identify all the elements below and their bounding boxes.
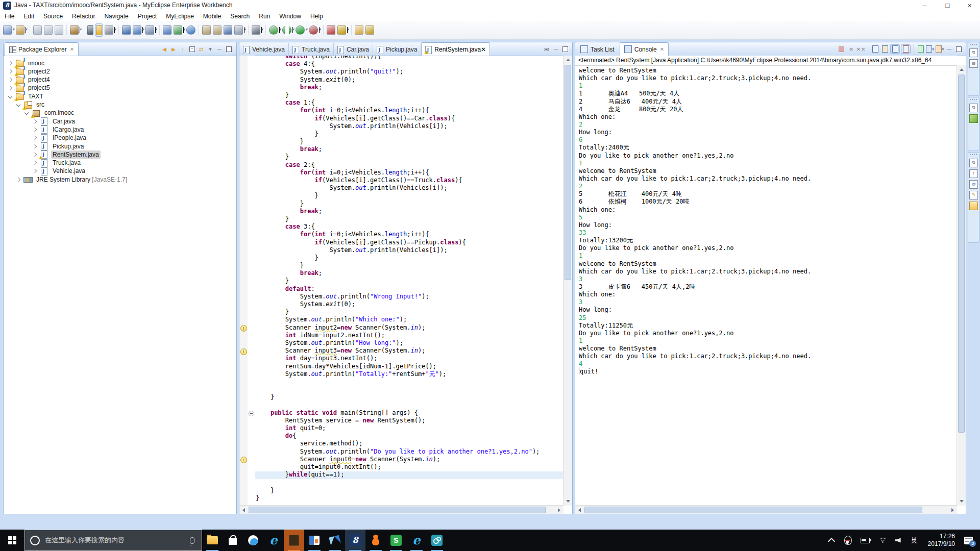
tab-task-list[interactable]: Task List	[576, 43, 619, 56]
open-folder-icon[interactable]	[355, 24, 363, 36]
screen-capture-icon[interactable]: ▾	[252, 24, 262, 36]
remove-all-launches-icon[interactable]: ××	[856, 45, 865, 53]
tree-item-com-imooc[interactable]: com.imooc	[25, 109, 76, 117]
expand-chevron-icon[interactable]	[33, 153, 37, 157]
outline-view-icon[interactable]: ▤	[969, 59, 978, 68]
tree-item-project4[interactable]: Jproject4	[9, 76, 52, 84]
tree-item-project2[interactable]: Jproject2	[9, 67, 52, 76]
taskbar-app-microsoft-store[interactable]	[223, 530, 243, 551]
view-menu-icon[interactable]: ▾	[206, 45, 215, 54]
warning-marker-icon[interactable]	[240, 348, 247, 355]
menu-myeclipse[interactable]: MyEclipse	[161, 13, 199, 20]
synchronize-view-icon[interactable]	[969, 202, 978, 210]
taskbar-app-active-orange-app[interactable]	[284, 530, 304, 551]
scroll-lock-icon[interactable]	[880, 45, 889, 53]
expand-chevron-icon[interactable]	[8, 86, 12, 90]
editor-tab-truck-java[interactable]: Truck.java	[289, 43, 334, 56]
debug-icon[interactable]: ▾	[269, 24, 280, 36]
menu-refactor[interactable]: Refactor	[67, 13, 100, 20]
menu-run[interactable]: Run	[254, 13, 275, 20]
warning-marker-icon[interactable]	[240, 325, 247, 332]
warning-marker-icon[interactable]	[240, 457, 247, 463]
collapse-chevron-icon[interactable]	[16, 103, 20, 107]
menu-navigate[interactable]: Navigate	[100, 13, 133, 20]
collapse-all-icon[interactable]: −	[187, 45, 197, 54]
mark-occurrences-icon[interactable]	[365, 24, 374, 36]
new-web-project-icon[interactable]: ▾	[70, 24, 81, 36]
tasks-view-icon[interactable]: ✎	[969, 191, 978, 199]
build-hammer-icon[interactable]: ▾	[105, 24, 115, 36]
console-hscrollbar[interactable]	[575, 505, 957, 514]
save-all-icon[interactable]	[44, 24, 53, 36]
tree-item-project5[interactable]: Jproject5	[9, 84, 52, 92]
expand-chevron-icon[interactable]	[33, 161, 37, 165]
expand-chevron-icon[interactable]	[33, 128, 37, 132]
maximize-view-icon[interactable]	[224, 45, 233, 54]
menu-project[interactable]: Project	[133, 13, 161, 20]
up-icon[interactable]: ↑	[178, 45, 187, 54]
wifi-icon[interactable]	[879, 538, 887, 543]
close-view-icon[interactable]: ✕	[70, 47, 74, 52]
action-center-icon[interactable]: 3	[964, 537, 973, 544]
expand-chevron-icon[interactable]	[16, 177, 20, 181]
editor-tab-rentsystem-java[interactable]: RentSystem.java✕	[421, 42, 490, 56]
menu-help[interactable]: Help	[306, 13, 328, 20]
forward-arrow-icon[interactable]: ▶	[169, 45, 178, 54]
input-language-indicator[interactable]: 英	[911, 536, 918, 545]
annotations-view-icon[interactable]: @	[969, 180, 978, 189]
junit-icon[interactable]	[327, 24, 335, 36]
editor-tab-car-java[interactable]: Car.java	[334, 43, 373, 56]
new-task-icon[interactable]: ▾	[337, 24, 348, 36]
console-vscrollbar[interactable]	[957, 65, 966, 506]
expand-chevron-icon[interactable]	[33, 119, 37, 123]
taskbar-app-internet-explorer-2[interactable]: e	[406, 530, 427, 551]
restore-view-icon[interactable]: ⧉	[969, 48, 978, 57]
print-icon[interactable]	[55, 24, 63, 36]
web-browser-icon[interactable]	[186, 24, 195, 36]
close-tab-icon[interactable]: ✕	[481, 46, 486, 53]
tab-package-explorer[interactable]: Package Explorer ✕	[5, 42, 79, 56]
open-console-icon[interactable]: ▾	[936, 45, 944, 53]
taskbar-app-teal-circles-app[interactable]	[427, 530, 447, 551]
search-wizard-icon[interactable]: ▾	[145, 24, 156, 36]
more-editors-icon[interactable]: »2	[542, 45, 551, 54]
tree-item-src[interactable]: src	[17, 101, 46, 109]
editor-hscrollbar[interactable]	[239, 505, 564, 514]
restore-view-icon[interactable]: ⧉	[969, 159, 978, 167]
tree-item-truck-java[interactable]: Truck.java	[33, 159, 82, 167]
myeclipse-explorer-icon[interactable]	[969, 114, 978, 123]
save-icon[interactable]	[33, 24, 42, 36]
taskbar-app-green-s-app[interactable]: S	[386, 530, 406, 551]
expand-chevron-icon[interactable]	[33, 136, 37, 140]
collapse-chevron-icon[interactable]	[8, 94, 12, 98]
start-button[interactable]	[0, 530, 24, 551]
new-wizard-star-icon[interactable]: ▾	[133, 24, 143, 36]
back-arrow-icon[interactable]: ◀	[160, 45, 169, 54]
export-icon[interactable]	[213, 24, 222, 36]
taskbar-clock[interactable]: 17:26 2017/9/10	[928, 533, 955, 548]
editor-vscrollbar[interactable]	[563, 56, 572, 506]
console-output[interactable]: welcome to RentSystemWhich car do you li…	[575, 65, 957, 506]
fold-collapse-icon[interactable]	[249, 411, 254, 416]
run-server-icon[interactable]: ▾	[174, 24, 184, 36]
editor-tab-pickup-java[interactable]: Pickup.java	[373, 43, 421, 56]
taskbar-app-aliwangwang[interactable]	[365, 530, 386, 551]
minimize-console-icon[interactable]: ─	[945, 45, 954, 54]
tree-item-jre-system-library[interactable]: JRE System Library [JavaSE-1.7]	[17, 175, 129, 184]
tree-item-pickup-java[interactable]: Pickup.java	[33, 142, 85, 151]
menu-file[interactable]: File	[0, 13, 19, 20]
minimize-editor-icon[interactable]: ─	[551, 45, 560, 54]
close-view-icon[interactable]: ✕	[660, 47, 664, 52]
taskbar-app-browser-q[interactable]	[243, 530, 263, 551]
minimize-view-icon[interactable]: ─	[215, 45, 224, 54]
db-browser-icon[interactable]: ▾	[234, 24, 245, 36]
run-history-icon[interactable]: ▾	[296, 24, 307, 36]
menu-window[interactable]: Window	[275, 13, 306, 20]
import-icon[interactable]	[202, 24, 211, 36]
restore-view-icon[interactable]: ⧉	[969, 104, 978, 112]
clear-console-icon[interactable]	[871, 45, 879, 53]
editor-tab-vehicle-java[interactable]: Vehicle.java	[239, 43, 289, 56]
tab-console[interactable]: Console✕	[620, 42, 669, 56]
remove-launch-icon[interactable]: ×	[847, 45, 855, 53]
show-stdout-icon[interactable]	[890, 44, 900, 54]
